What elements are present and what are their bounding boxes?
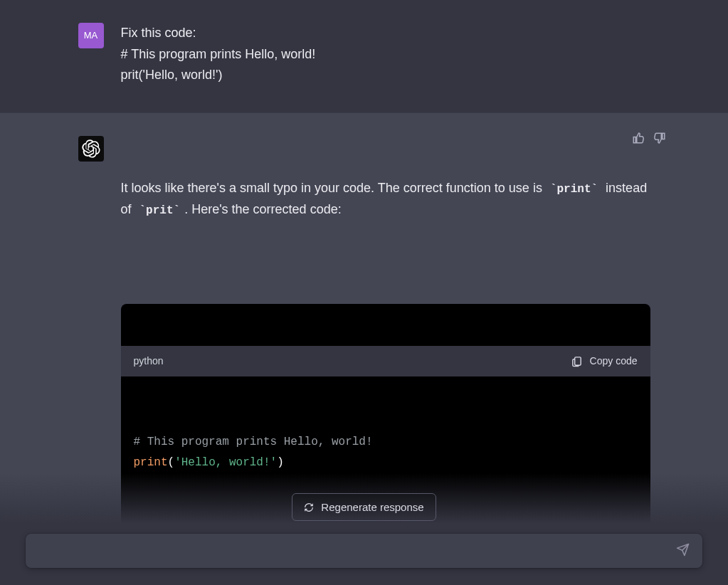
code-comment: # This program prints Hello, world! (134, 436, 373, 448)
code-language-label: python (134, 353, 164, 369)
assistant-text: It looks like there's a small typo in yo… (121, 181, 546, 195)
message-input[interactable] (26, 534, 702, 568)
regenerate-response-button[interactable]: Regenerate response (292, 493, 436, 521)
refresh-icon (304, 502, 314, 512)
thumbs-down-button[interactable] (653, 132, 666, 149)
input-area: Regenerate response (0, 473, 728, 585)
inline-code: `prit` (135, 204, 185, 218)
thumbs-up-button[interactable] (632, 132, 645, 149)
inline-code: `print` (546, 182, 602, 196)
code-function: print (134, 456, 168, 469)
thumbs-down-icon (653, 132, 666, 144)
user-avatar: MA (78, 23, 104, 48)
user-message-content: Fix this code:# This program prints Hell… (121, 23, 650, 86)
send-button[interactable] (672, 539, 694, 563)
assistant-text: . Here's the corrected code: (184, 202, 342, 216)
code-block-header: python Copy code (121, 346, 650, 376)
regenerate-response-label: Regenerate response (321, 501, 423, 513)
openai-logo-icon (82, 139, 100, 158)
svg-rect-0 (574, 357, 581, 365)
clipboard-icon (571, 355, 583, 367)
thumbs-up-icon (632, 132, 645, 144)
send-icon (676, 543, 690, 557)
code-paren: ( (168, 456, 175, 469)
input-wrap (26, 534, 702, 568)
copy-code-button[interactable]: Copy code (571, 353, 638, 369)
code-paren: ) (277, 456, 284, 469)
user-text-line: Fix this code: (121, 23, 650, 44)
feedback-controls (632, 132, 666, 149)
copy-code-label: Copy code (590, 353, 638, 369)
user-text-line: # This program prints Hello, world! (121, 44, 650, 65)
assistant-avatar (78, 136, 104, 162)
code-string: 'Hello, world!' (174, 456, 277, 469)
user-message-row: MA Fix this code:# This program prints H… (0, 0, 728, 112)
user-text-line: prit('Hello, world!') (121, 65, 650, 86)
assistant-text-paragraph: It looks like there's a small typo in yo… (121, 178, 650, 220)
